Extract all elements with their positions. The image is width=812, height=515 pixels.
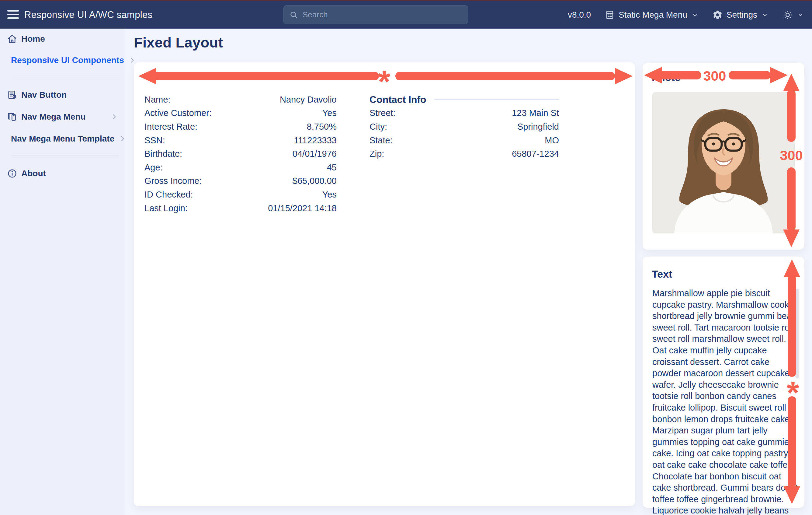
contact-header-rule: [434, 99, 559, 100]
field-row: Zip:65807-1234: [370, 147, 559, 161]
field-label: State:: [370, 135, 393, 145]
field-value: $65,000.00: [293, 176, 337, 186]
field-label: Age:: [144, 163, 163, 172]
width-arrow-right-head: [615, 68, 633, 84]
sidebar-item-nav-mega-menu[interactable]: Nav Mega Menu: [0, 108, 125, 126]
sidebar-item-home[interactable]: Home: [0, 30, 125, 48]
field-row: City:Springfield: [370, 120, 559, 134]
app-title: Responsive UI A/WC samples: [24, 1, 152, 29]
field-value: Springfield: [517, 122, 559, 132]
photo-width-label: 300: [701, 68, 729, 84]
chevron-right-icon: [110, 113, 119, 121]
photo-width-arrow-left-body: [659, 71, 701, 79]
gear-icon: [713, 10, 723, 20]
home-icon: [7, 34, 17, 44]
chevron-down-icon: [797, 11, 804, 19]
search-icon: [289, 10, 298, 20]
chevron-down-icon: [691, 11, 699, 19]
mega-menu-button[interactable]: Static Mega Menu: [605, 10, 699, 20]
field-label: ID Checked:: [144, 190, 193, 200]
panels-icon: [7, 112, 17, 122]
photo-height-arrow-bottom-body: [787, 167, 795, 231]
sidebar-item-label: Home: [21, 34, 45, 44]
window-top-edge: [0, 0, 812, 1]
photo-height-arrow-top-head: [783, 74, 800, 91]
sidebar-item-label: Nav Button: [21, 90, 67, 100]
text-card-title: Text: [652, 268, 672, 280]
sidebar-item-label: Responsive UI Components: [11, 55, 124, 65]
chevron-right-icon: [118, 135, 127, 143]
field-row: Age:45: [144, 161, 337, 174]
settings-label: Settings: [727, 10, 757, 20]
field-row: ID Checked:Yes: [144, 188, 337, 201]
field-value: 8.750%: [307, 122, 337, 132]
field-row: SSN:111223333: [144, 134, 337, 147]
sun-icon: [783, 10, 793, 20]
field-row: Name:Nancy Davolio: [144, 93, 337, 107]
field-label: Birthdate:: [144, 149, 182, 159]
field-value: Yes: [322, 190, 337, 200]
sidebar-nav: Home Responsive UI Components Nav Button: [0, 29, 125, 515]
info-icon: [7, 168, 17, 179]
field-value: Nancy Davolio: [280, 94, 337, 105]
width-arrow-left-body: [153, 72, 379, 80]
search-box[interactable]: [284, 5, 468, 24]
version-label: v8.0.0: [568, 10, 591, 20]
field-label: Street:: [370, 108, 395, 118]
sidebar-item-responsive-ui-components[interactable]: Responsive UI Components: [0, 52, 125, 69]
text-height-arrow-top-head: [784, 259, 800, 277]
photo-width-arrow-right-body: [729, 71, 771, 79]
field-row: Active Customer:Yes: [144, 107, 337, 120]
search-input[interactable]: [302, 10, 462, 20]
text-height-arrow-top-body: [788, 275, 796, 377]
sidebar-divider: [11, 78, 119, 78]
portrait-illustration: [652, 92, 795, 234]
customer-photo: [652, 92, 795, 234]
sidebar-item-nav-button[interactable]: Nav Button: [0, 86, 125, 104]
field-label: Zip:: [370, 149, 384, 159]
chevron-right-icon: [128, 56, 137, 64]
field-label: Gross Income:: [144, 176, 202, 186]
field-row: Gross Income:$65,000.00: [144, 174, 337, 188]
field-value: Yes: [322, 108, 337, 118]
field-value: 04/01/1976: [293, 149, 337, 159]
photo-height-label: 300: [777, 147, 805, 163]
sidebar-item-nav-mega-menu-template[interactable]: Nav Mega Menu Template: [0, 130, 125, 147]
sidebar-divider: [11, 156, 119, 156]
app-root: Responsive UI A/WC samples v8.0.0: [0, 0, 812, 515]
settings-button[interactable]: Settings: [713, 10, 768, 20]
field-value: 45: [327, 163, 337, 172]
field-label: Name:: [144, 94, 170, 105]
photo-height-arrow-bottom-head: [783, 229, 800, 247]
sidebar-item-label: Nav Mega Menu: [21, 112, 86, 122]
field-value: 123 Main St: [512, 108, 559, 118]
chevron-down-icon: [761, 11, 768, 19]
field-row: Birthdate:04/01/1976: [144, 147, 337, 161]
field-label: Interest Rate:: [144, 122, 197, 132]
field-row: Interest Rate:8.750%: [144, 120, 337, 134]
field-label: City:: [370, 122, 387, 132]
hamburger-menu-icon[interactable]: [7, 10, 20, 20]
page-title: Fixed Layout: [134, 34, 223, 51]
contact-fields: Contact Info Street:123 Main St City:Spr…: [370, 93, 559, 161]
top-app-bar: Responsive UI A/WC samples v8.0.0: [0, 1, 812, 29]
document-action-icon: [7, 90, 17, 100]
sidebar-item-label: Nav Mega Menu Template: [11, 134, 114, 144]
field-label: SSN:: [144, 135, 165, 145]
field-label: Last Login:: [144, 203, 187, 213]
customer-fields: Name:Nancy Davolio Active Customer:Yes I…: [144, 93, 337, 215]
width-arrow-right-body: [395, 72, 615, 80]
field-value: 111223333: [294, 135, 337, 145]
mega-menu-icon: [605, 10, 615, 20]
text-height-arrow-bottom-head: [784, 486, 800, 504]
theme-switcher-button[interactable]: [783, 10, 804, 20]
field-label: Active Customer:: [144, 108, 212, 118]
flex-width-asterisk: *: [378, 66, 390, 98]
customer-info-card: Customer Info Name:Nancy Davolio Active …: [134, 62, 635, 506]
sidebar-item-label: About: [21, 169, 46, 179]
sidebar-item-about[interactable]: About: [0, 165, 125, 182]
text-card: Text Marshmallow apple pie biscuit cupca…: [643, 256, 804, 508]
field-row: Last Login:01/15/2021 14:18: [144, 201, 337, 215]
field-value: MO: [545, 135, 559, 145]
flex-height-asterisk: *: [787, 377, 799, 408]
